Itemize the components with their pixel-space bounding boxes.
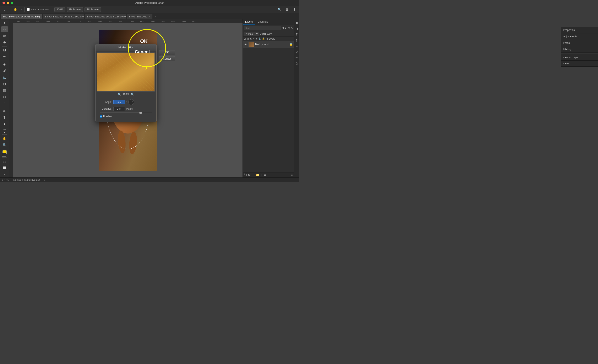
layer-search-input[interactable] xyxy=(244,26,281,30)
tab-layers[interactable]: Layers xyxy=(243,19,255,25)
background-color[interactable] xyxy=(2,153,6,156)
scroll-all-windows-label[interactable]: Scroll All Windows xyxy=(27,8,49,11)
tab-channels[interactable]: Channels xyxy=(255,19,271,25)
new-layer-icon[interactable]: + xyxy=(260,173,262,177)
svg-text:1200: 1200 xyxy=(140,20,144,22)
layer-filter-icon4[interactable]: ✎ xyxy=(291,27,293,30)
fill-screen-btn[interactable]: Fill Screen xyxy=(84,7,101,12)
close-button[interactable] xyxy=(2,2,5,4)
dodge-tool[interactable]: ○ xyxy=(1,100,8,106)
tab-close-0[interactable]: ✕ xyxy=(41,15,42,18)
healing-tool[interactable]: ✙ xyxy=(1,62,8,68)
quick-select-tool[interactable]: ⊕ xyxy=(1,39,8,45)
preview-checkbox[interactable] xyxy=(100,115,102,118)
dialog-buttons: OK Cancel xyxy=(159,50,175,61)
grid-icon[interactable]: ⊞ xyxy=(284,7,290,12)
add-mask-icon[interactable]: ⬚ xyxy=(252,173,254,177)
layer-filter-icon[interactable]: ⊞ xyxy=(282,27,284,30)
lock-all-icon[interactable]: 🔒 xyxy=(262,37,265,40)
svg-text:1800: 1800 xyxy=(171,20,175,22)
dialog-ok-button[interactable]: OK xyxy=(159,50,175,55)
tab-label-1: Screen Shot 2020-10-21 at 2.30.24 PM.jpg xyxy=(45,15,84,18)
svg-text:1400: 1400 xyxy=(150,20,155,22)
minimize-button[interactable] xyxy=(7,2,9,4)
layer-styles-icon[interactable]: fx xyxy=(248,173,250,177)
paths-icon[interactable]: ⌁ xyxy=(295,44,299,48)
svg-text:1000: 1000 xyxy=(130,20,134,22)
fit-screen-btn[interactable]: Fit Screen xyxy=(67,7,83,12)
tab-1[interactable]: Screen Shot 2020-10-21 at 2.30.24 PM.jpg… xyxy=(43,14,84,19)
eraser-tool[interactable]: ◻ xyxy=(1,81,8,87)
svg-text:400: 400 xyxy=(57,20,60,22)
delete-layer-icon[interactable]: 🗑 xyxy=(263,173,266,177)
adjustments-icon[interactable]: ◑ xyxy=(295,27,299,31)
properties-icon[interactable]: ◼ xyxy=(295,21,299,25)
scroll-all-windows-checkbox[interactable] xyxy=(27,8,30,11)
panel-menu-icon[interactable]: ☰ xyxy=(291,173,293,176)
zoom-out-icon[interactable]: 🔍 xyxy=(117,92,121,96)
brush-tool[interactable]: 🖌 xyxy=(1,68,8,74)
zoom-tool[interactable]: 🔍 xyxy=(1,142,8,148)
tab-3[interactable]: Screen Shot 2020 ✕ xyxy=(127,14,152,19)
dialog-cancel-button[interactable]: Cancel xyxy=(159,56,175,61)
hand-tool[interactable]: ✋ xyxy=(1,136,8,142)
tabs-overflow-btn[interactable]: » xyxy=(153,14,158,19)
dialog-preview xyxy=(97,53,155,91)
type-icon[interactable]: T xyxy=(295,32,299,37)
angle-dial[interactable] xyxy=(128,99,134,105)
tab-2[interactable]: Screen Shot 2020-10-21 at 2.39.39 PM.jpg… xyxy=(85,14,126,19)
lock-art-icon[interactable]: ⚓ xyxy=(258,37,261,40)
3d-icon[interactable]: ⬡ xyxy=(295,61,299,65)
distance-input[interactable] xyxy=(113,107,125,111)
home-icon[interactable]: ⌂ xyxy=(2,7,8,12)
lock-pos-icon[interactable]: ⊞ xyxy=(250,37,252,40)
layer-filter-icon3[interactable]: ◷ xyxy=(288,27,290,30)
hand-tool-icon[interactable]: ✋ xyxy=(13,7,18,12)
tool-sep-1 xyxy=(2,46,7,47)
nav-arrow[interactable]: › xyxy=(44,179,45,181)
paragraph-icon[interactable]: ¶ xyxy=(295,38,299,42)
svg-text:1600: 1600 xyxy=(161,20,165,22)
extra-tools[interactable]: ··· xyxy=(1,171,8,178)
quick-mask-tool[interactable]: ⬚ xyxy=(1,159,8,165)
tab-close-3[interactable]: ✕ xyxy=(149,15,150,18)
tool-presets-icon[interactable]: ✂ xyxy=(295,56,299,60)
blend-mode-select[interactable]: Normal Dissolve Multiply Screen xyxy=(244,32,259,36)
new-group-icon[interactable]: 📁 xyxy=(256,173,259,177)
layer-item-background[interactable]: 👁 Background 🔒 xyxy=(243,41,294,48)
link-layers-icon[interactable]: ⛓ xyxy=(244,173,247,177)
shape-tool[interactable]: ◯ xyxy=(1,128,8,134)
fill-label: Fil xyxy=(266,38,268,40)
angle-input[interactable] xyxy=(113,100,125,104)
lock-draw-icon[interactable]: ✎ xyxy=(253,37,255,40)
lock-move-icon[interactable]: ⊕ xyxy=(256,37,257,40)
search-icon[interactable]: 🔍 xyxy=(277,7,282,12)
maximize-button[interactable] xyxy=(11,2,13,4)
history-icon[interactable]: ↺ xyxy=(295,50,299,54)
path-select-tool[interactable]: ▲ xyxy=(1,121,8,127)
zoom-level-btn[interactable]: 100% xyxy=(54,7,66,12)
clone-tool[interactable]: 🔈 xyxy=(1,74,8,81)
type-tool[interactable]: T xyxy=(1,114,8,121)
layer-filter-icon2[interactable]: ★ xyxy=(285,27,287,30)
ruler-horizontal: 12001000 800600 400200 0200 400600 80010… xyxy=(13,19,242,23)
move-tool[interactable]: ⊹ xyxy=(1,20,8,26)
separator-3 xyxy=(52,7,52,12)
crop-tool[interactable]: ⊡ xyxy=(1,47,8,53)
distance-slider[interactable] xyxy=(100,113,152,113)
svg-text:800: 800 xyxy=(119,20,122,22)
tabs-bar: IMG_3400.HEIC @ 37.7% (RGB/8*) ✕ Screen … xyxy=(0,13,299,19)
svg-text:400: 400 xyxy=(99,20,101,22)
zoom-in-icon[interactable]: 🔍 xyxy=(131,92,134,96)
eyedropper-tool[interactable]: ✒ xyxy=(1,54,8,60)
opacity-value: 100% xyxy=(267,32,272,35)
gradient-tool[interactable]: ▦ xyxy=(1,87,8,93)
share-icon[interactable]: ⬆ xyxy=(291,7,297,12)
blur-tool[interactable]: ⬭ xyxy=(1,94,8,100)
pen-tool[interactable]: ✏ xyxy=(1,108,8,114)
lasso-tool[interactable]: ◎ xyxy=(1,33,8,39)
layer-visibility-icon[interactable]: 👁 xyxy=(244,43,247,46)
tab-0[interactable]: IMG_3400.HEIC @ 37.7% (RGB/8*) ✕ xyxy=(1,14,42,19)
screen-mode-tool[interactable]: ⬜ xyxy=(1,165,8,171)
select-rect-tool[interactable]: ▭ xyxy=(1,26,8,32)
